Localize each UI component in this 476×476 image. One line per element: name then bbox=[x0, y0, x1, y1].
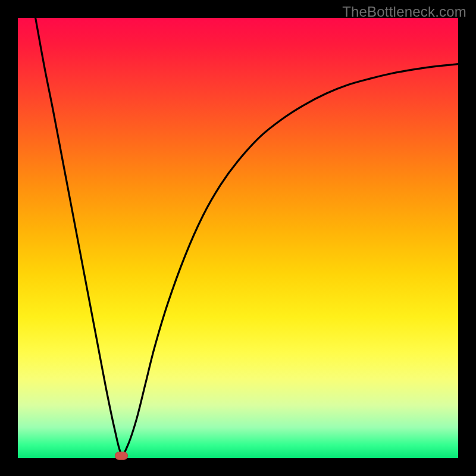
plot-area bbox=[18, 18, 458, 458]
watermark-text: TheBottleneck.com bbox=[342, 4, 466, 20]
optimal-point-marker bbox=[115, 452, 128, 460]
chart-frame: TheBottleneck.com bbox=[0, 0, 476, 476]
